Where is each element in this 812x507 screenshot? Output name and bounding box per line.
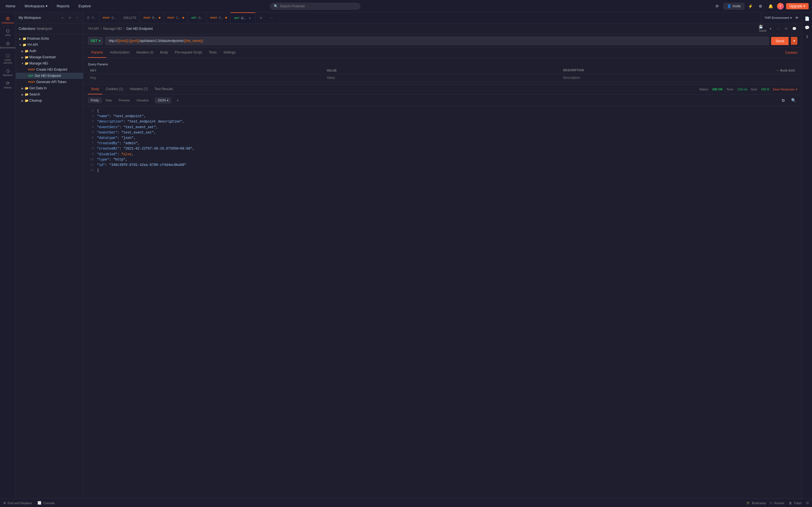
- new-tab-button[interactable]: ＋: [255, 12, 266, 23]
- breadcrumb-manage-hei[interactable]: Manage HEI: [103, 27, 122, 31]
- nav-explore[interactable]: Explore: [77, 3, 93, 9]
- folder-manage-eventset[interactable]: ▶ 📂 Manage Eventset: [16, 54, 83, 60]
- nav-home[interactable]: Home: [3, 3, 18, 9]
- invite-button[interactable]: 👤 Invite: [723, 3, 744, 10]
- url-input[interactable]: http://{{host}}:{{port}}/api/data/v1.0/d…: [105, 37, 769, 45]
- lightning-icon[interactable]: ⚡: [747, 2, 755, 10]
- tab-params[interactable]: Params: [88, 48, 106, 58]
- res-tab-headers[interactable]: Headers (7): [126, 84, 151, 94]
- copy-response-button[interactable]: ⧉: [779, 96, 787, 104]
- bulk-edit-button[interactable]: Bulk Edit: [780, 69, 795, 72]
- more-params-icon[interactable]: ···: [776, 69, 779, 72]
- edit-button[interactable]: ✏: [783, 25, 790, 32]
- upgrade-button[interactable]: Upgrade ▾: [786, 3, 809, 9]
- tab-headers[interactable]: Headers (8): [133, 48, 157, 58]
- bell-icon[interactable]: 🔔: [767, 2, 775, 10]
- folder-search[interactable]: ▶ 📂 Search: [16, 91, 83, 98]
- trash-button[interactable]: 🗑 Trash: [789, 501, 802, 505]
- breadcrumb-yh-api[interactable]: YH API: [88, 27, 99, 31]
- format-visualize[interactable]: Visualize: [134, 98, 152, 103]
- doc-icon[interactable]: 📄: [803, 15, 811, 22]
- res-tab-cookies[interactable]: Cookies (1): [102, 84, 126, 94]
- sidebar-item-apis[interactable]: ⌬ APIs: [1, 27, 15, 38]
- nav-workspaces[interactable]: Workspaces ▾: [22, 3, 50, 9]
- tab-label: C...: [176, 16, 181, 19]
- description-input[interactable]: [563, 76, 795, 80]
- new-button[interactable]: New: [37, 25, 43, 32]
- wrap-button[interactable]: ≡: [174, 98, 181, 103]
- request-generate-api-token[interactable]: ▶ POST Generate API Token: [16, 79, 83, 85]
- search-bar[interactable]: 🔍 Search Postman: [270, 3, 360, 10]
- save-response-button[interactable]: Save Response ▾: [772, 88, 797, 91]
- method-selector[interactable]: GET ▾: [88, 37, 103, 45]
- value-input[interactable]: [327, 76, 559, 80]
- sidebar-item-environments[interactable]: ◎ Environments: [1, 40, 15, 51]
- nav-reports[interactable]: Reports: [54, 3, 72, 9]
- request-create-hei-endpoint[interactable]: ▶ POST Create HEI Endpoint: [16, 66, 83, 73]
- cookies-link[interactable]: Cookies: [785, 51, 797, 55]
- tab-deleted[interactable]: [DELETE: [120, 12, 140, 23]
- format-raw[interactable]: Raw: [103, 98, 115, 103]
- tab-close-button[interactable]: ✕: [248, 16, 252, 20]
- console-button[interactable]: ⬜ Console: [38, 501, 54, 505]
- runner-button[interactable]: ▷ Runner: [770, 501, 784, 505]
- json-format-selector[interactable]: JSON ▾: [155, 98, 171, 103]
- status-label: Status:: [699, 88, 709, 91]
- sync-icon[interactable]: ⟳: [713, 2, 721, 10]
- folder-cleanup[interactable]: ▶ 📂 Cleanup: [16, 98, 83, 104]
- sidebar-item-history[interactable]: ⟳ History: [1, 79, 15, 91]
- breadcrumb-current: Get HEI Endpoint: [126, 27, 153, 31]
- tab-post-c1[interactable]: POST C...: [164, 12, 188, 23]
- send-button[interactable]: Send: [771, 37, 789, 45]
- search-response-button[interactable]: 🔍: [790, 96, 797, 104]
- folder-auth[interactable]: ▶ 📂 Auth: [16, 48, 83, 54]
- apis-icon: ⌬: [6, 29, 10, 33]
- env-eye-icon[interactable]: 👁: [795, 16, 799, 19]
- col-description: DESCRIPTION ··· Bulk Edit: [561, 67, 797, 74]
- sidebar-item-collections[interactable]: ⊞ Collections: [1, 15, 15, 26]
- collection-yh-api[interactable]: ▼ 📁 YH API: [16, 42, 83, 48]
- layout-button[interactable]: ⊡: [806, 501, 809, 505]
- tab-post-g1[interactable]: POST G...: [100, 12, 120, 23]
- filter-button[interactable]: ≡: [67, 15, 73, 21]
- key-input[interactable]: [90, 76, 322, 80]
- info-icon[interactable]: ℹ: [803, 33, 811, 41]
- tab-authorization[interactable]: Authorization: [106, 48, 133, 58]
- environment-selector[interactable]: YHP Environment ▾ 👁: [761, 12, 802, 23]
- avatar[interactable]: Y: [777, 3, 784, 10]
- sidebar-item-mock-servers[interactable]: ⬡ Mock Servers: [1, 52, 15, 66]
- format-preview[interactable]: Preview: [116, 98, 133, 103]
- send-arrow-button[interactable]: ▾: [791, 37, 797, 45]
- folder-get-data-in[interactable]: ▶ 📂 Get Data In: [16, 85, 83, 91]
- settings-icon[interactable]: ⚙: [757, 2, 765, 10]
- import-button[interactable]: Import: [44, 25, 50, 32]
- tab-post-c2[interactable]: POST C...: [207, 12, 231, 23]
- bootcamp-button[interactable]: 🎓 Bootcamp: [746, 501, 766, 505]
- tab-body[interactable]: Body: [157, 48, 171, 58]
- format-pretty[interactable]: Pretty: [88, 98, 102, 103]
- res-tab-body[interactable]: Body: [88, 84, 102, 94]
- save-arrow-button[interactable]: ▾: [767, 25, 774, 32]
- more-actions-button[interactable]: ···: [775, 25, 781, 32]
- res-tab-test-results[interactable]: Test Results: [151, 84, 176, 94]
- find-replace-button[interactable]: ⊞ Find and Replace: [3, 501, 32, 505]
- code-line-8: 8 "createdAt": "2021-02-22T07:49:19.0759…: [84, 146, 802, 152]
- tab-tests[interactable]: Tests: [205, 48, 220, 58]
- comment-button[interactable]: 💬: [791, 25, 797, 32]
- tab-settings[interactable]: Settings: [220, 48, 239, 58]
- save-button[interactable]: 💾 Save: [760, 25, 766, 32]
- request-get-hei-endpoint[interactable]: ▶ GET Get HEI Endpoint: [16, 73, 83, 79]
- tab-get-g1[interactable]: GET G...: [188, 12, 207, 23]
- more-options-button[interactable]: ···: [74, 15, 80, 21]
- new-collection-button[interactable]: ＋: [59, 15, 66, 21]
- more-tabs-button[interactable]: ···: [266, 12, 277, 23]
- collection-postman-echo[interactable]: ▶ 📁 Postman Echo: [16, 36, 83, 42]
- folder-manage-hei[interactable]: ▼ 📂 Manage HEI: [16, 60, 83, 66]
- tab-get-g2-active[interactable]: GET G... ✕: [231, 12, 255, 23]
- tab-post-r[interactable]: POST R...: [140, 12, 164, 23]
- comment-icon[interactable]: 💬: [803, 24, 811, 32]
- sidebar-item-monitors[interactable]: ◷ Monitors: [1, 67, 15, 78]
- tab-pre-request[interactable]: Pre-request Script: [171, 48, 206, 58]
- code-line-1: 1 {: [84, 108, 802, 114]
- tab-y[interactable]: 🗒 Y...: [84, 12, 100, 23]
